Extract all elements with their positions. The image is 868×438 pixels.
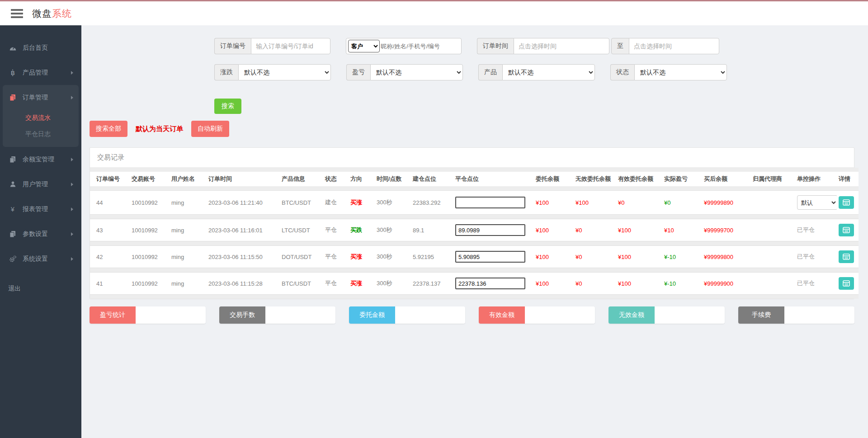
cell-product: BTC/USDT [280,190,323,215]
sidebar-item-reports[interactable]: ¥ 报表管理 [0,197,81,221]
order-time-start-input[interactable] [514,38,609,54]
sidebar-submenu: 交易流水 平仓日志 [3,110,79,142]
close-price-input[interactable] [455,197,525,208]
col-control: 单控操作 [795,172,837,186]
col-valid-entrust: 有效委托余额 [616,172,662,186]
table-list-icon [843,227,850,233]
order-time-filter: 订单时间 至 [477,38,719,54]
sidebar-item-label: 系统设置 [23,255,48,263]
cell-open-price: 22383.292 [411,190,453,215]
detail-button[interactable] [839,224,854,236]
sidebar-item-label: 用户管理 [23,180,48,188]
cell-close-price [453,219,534,241]
cell-valid-entrust: ¥0 [616,190,662,215]
cell-entrust-balance: ¥100 [534,245,574,268]
cell-duration: 300秒 [375,190,411,215]
sidebar-item-orders[interactable]: 订单管理 [3,85,79,110]
cell-status: 平仓 [323,272,349,295]
summary-label: 无效金额 [609,306,655,324]
cell-actual-profit: ¥-10 [662,245,702,268]
cell-product: DOT/USDT [280,245,323,268]
logout-label: 退出 [8,285,21,292]
search-button[interactable]: 搜索 [214,99,241,114]
main-content: 订单编号 客户 订单时间 至 涨跌 默认不选 [81,25,868,438]
cell-direction: 买涨 [349,272,375,295]
sidebar-subitem-close-log[interactable]: 平仓日志 [25,126,79,142]
product-filter: 产品 默认不选 [478,64,595,80]
app-logo: 微盘系统 [32,7,72,20]
cell-after-balance: ¥99999800 [702,245,751,268]
summary-bar: 盈亏统计 交易手数 委托金额 有效金额 无效金额 手续费 [90,306,854,324]
cell-agent [751,219,795,241]
profit-filter: 盈亏 默认不选 [346,64,463,80]
cell-order-id: 43 [90,219,130,241]
gear-icon [8,255,17,263]
summary-value [655,306,725,324]
profit-select[interactable]: 默认不选 [370,64,463,80]
sidebar-item-label: 后台首页 [23,44,48,52]
cell-order-time: 2023-03-06 11:16:01 [207,219,280,241]
cell-agent [751,245,795,268]
sidebar-item-label: 参数设置 [23,230,48,238]
customer-type-select[interactable]: 客户 [348,40,380,52]
cell-after-balance: ¥99999900 [702,272,751,295]
close-price-input[interactable] [455,251,525,263]
to-label: 至 [611,38,629,54]
cell-order-id: 44 [90,190,130,215]
sidebar-subitem-label: 交易流水 [25,114,51,122]
sidebar-item-system[interactable]: 系统设置 [0,246,81,271]
cell-detail [837,219,859,241]
sidebar-item-products[interactable]: B 产品管理 [0,60,81,85]
product-label: 产品 [478,64,502,80]
detail-button[interactable] [839,250,854,263]
hamburger-menu-icon[interactable] [11,9,23,18]
order-no-input[interactable] [251,38,330,54]
logout-button[interactable]: 退出 [0,271,81,306]
col-username: 用户姓名 [170,172,207,186]
cell-open-price: 22378.137 [411,272,453,295]
cell-product: BTC/USDT [280,272,323,295]
close-price-input[interactable] [455,224,525,236]
search-all-button[interactable]: 搜索全部 [90,121,127,137]
auto-refresh-button[interactable]: 自动刷新 [191,121,229,137]
close-price-input[interactable] [455,278,525,289]
cell-open-price: 5.92195 [411,245,453,268]
summary-trade-lots: 交易手数 [219,306,335,324]
sidebar-item-yuebao[interactable]: 余额宝管理 [0,147,81,172]
cell-order-time: 2023-03-06 11:15:28 [207,272,280,295]
order-no-filter: 订单编号 [214,38,330,54]
chevron-right-icon [71,257,73,261]
status-select[interactable]: 默认不选 [634,64,727,80]
sidebar-item-params[interactable]: 参数设置 [0,221,81,246]
sidebar-item-dashboard[interactable]: 后台首页 [0,35,81,60]
cell-order-time: 2023-03-06 11:15:50 [207,245,280,268]
updown-select[interactable]: 默认不选 [238,64,331,80]
orders-icon [8,94,17,101]
summary-entrust-amount: 委托金额 [349,306,465,324]
sidebar-subitem-label: 平仓日志 [25,130,51,138]
chevron-right-icon [71,96,73,99]
sidebar-subitem-trade-flow[interactable]: 交易流水 [25,110,79,126]
cell-after-balance: ¥99999890 [702,190,751,215]
panel-title: 交易记录 [90,148,854,168]
chevron-right-icon [71,183,73,186]
customer-input[interactable] [380,42,461,50]
detail-button[interactable] [839,277,854,290]
cell-duration: 300秒 [375,272,411,295]
cell-order-time: 2023-03-06 11:21:40 [207,190,280,215]
cell-status: 平仓 [323,219,349,241]
table-list-icon [843,199,850,206]
chevron-right-icon [71,158,73,161]
detail-button[interactable] [839,196,854,209]
cell-agent [751,190,795,215]
summary-value [784,306,854,324]
col-entrust-balance: 委托余额 [534,172,574,186]
product-select[interactable]: 默认不选 [502,64,595,80]
sidebar-item-users[interactable]: 用户管理 [0,172,81,197]
summary-label: 盈亏统计 [90,306,136,324]
cell-control: 默认 [795,190,837,215]
control-select[interactable]: 默认 [797,195,837,210]
order-time-end-input[interactable] [629,38,719,54]
cell-username: ming [170,272,207,295]
cell-close-price [453,272,534,295]
